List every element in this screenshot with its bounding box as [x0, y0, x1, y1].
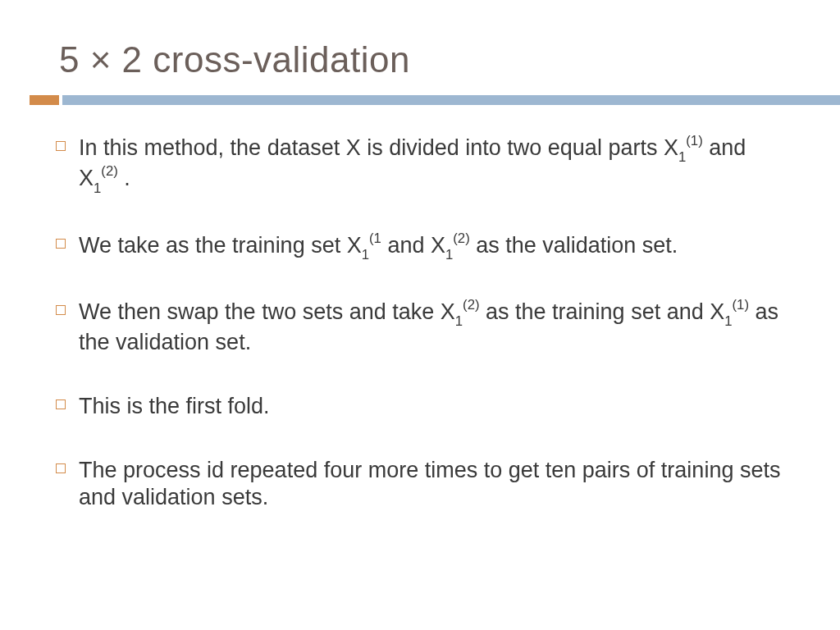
- divider: [0, 95, 840, 105]
- text-fragment: and X: [381, 233, 445, 258]
- subscript: 1: [724, 313, 732, 329]
- subscript: 1: [445, 247, 453, 262]
- square-bullet-icon: [56, 463, 66, 473]
- bullet-text: We take as the training set X1(1 and X1(…: [79, 233, 678, 258]
- text-fragment: .: [118, 166, 130, 190]
- subscript: 1: [455, 313, 463, 329]
- subscript: 1: [362, 247, 369, 262]
- text-fragment: as the training set and X: [480, 299, 725, 324]
- superscript: (2): [101, 163, 117, 179]
- slide-title: 5 × 2 cross-validation: [0, 0, 840, 95]
- square-bullet-icon: [56, 239, 66, 249]
- slide: 5 × 2 cross-validation In this method, t…: [0, 0, 840, 630]
- bullet-item: In this method, the dataset X is divided…: [79, 135, 786, 196]
- text-fragment: In this method, the dataset X is divided…: [79, 135, 678, 160]
- superscript: (2): [453, 231, 469, 246]
- math-expr: 1(2): [455, 299, 480, 324]
- content-area: In this method, the dataset X is divided…: [0, 135, 840, 512]
- square-bullet-icon: [56, 399, 66, 409]
- text-fragment: We take as the training set X: [79, 233, 362, 258]
- bullet-item: The process id repeated four more times …: [79, 457, 786, 513]
- text-fragment: as the validation set.: [470, 233, 678, 258]
- bullet-item: We take as the training set X1(1 and X1(…: [79, 232, 786, 262]
- bullet-text: We then swap the two sets and take X1(2)…: [79, 299, 778, 354]
- subscript: 1: [94, 180, 101, 196]
- superscript: (2): [463, 297, 479, 313]
- divider-accent: [30, 95, 59, 105]
- math-expr: 1(2): [445, 233, 470, 258]
- bullet-text: In this method, the dataset X is divided…: [79, 135, 746, 190]
- math-expr: 1(2): [94, 166, 118, 190]
- superscript: (1): [686, 133, 702, 148]
- bullet-item: We then swap the two sets and take X1(2)…: [79, 299, 786, 357]
- math-expr: 1(1): [678, 135, 703, 160]
- square-bullet-icon: [56, 305, 66, 315]
- math-expr: 1(1: [362, 233, 381, 258]
- divider-bar: [62, 95, 840, 105]
- text-fragment: We then swap the two sets and take X: [79, 299, 455, 324]
- superscript: (1: [369, 231, 381, 246]
- superscript: (1): [733, 297, 749, 313]
- bullet-text: The process id repeated four more times …: [79, 458, 780, 510]
- square-bullet-icon: [56, 141, 66, 151]
- math-expr: 1(1): [724, 299, 749, 324]
- bullet-item: This is the first fold.: [79, 393, 786, 421]
- subscript: 1: [678, 149, 686, 165]
- bullet-text: This is the first fold.: [79, 394, 270, 418]
